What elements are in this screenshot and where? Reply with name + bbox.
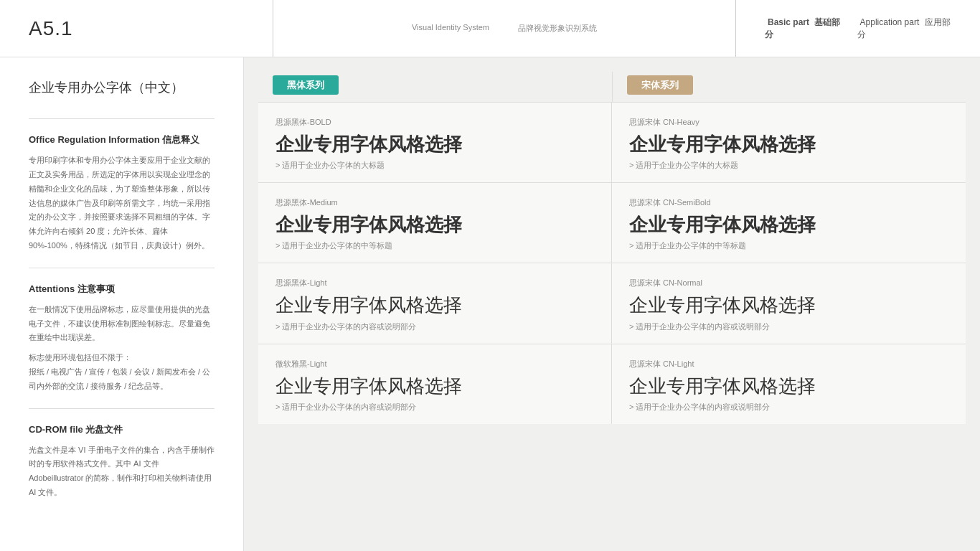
nav-cn: 品牌视觉形象识别系统 (518, 23, 597, 34)
basic-part-nav[interactable]: Basic part 基础部分 (765, 17, 843, 41)
font-demo: 企业专用字体风格选择 (629, 294, 948, 316)
font-name: 思源宋体 CN-Heavy (629, 117, 948, 128)
font-demo: 企业专用字体风格选择 (629, 214, 948, 236)
font-card-3-right: 思源宋体 CN-Normal 企业专用字体风格选择 > 适用于企业办公字体的内容… (612, 263, 966, 343)
font-card-4-left: 微软雅黑-Light 企业专用字体风格选择 > 适用于企业办公字体的内容或说明部… (258, 344, 612, 424)
font-card-1-left: 思源黑体-BOLD 企业专用字体风格选择 > 适用于企业办公字体的大标题 (258, 103, 612, 182)
font-row-4: 微软雅黑-Light 企业专用字体风格选择 > 适用于企业办公字体的内容或说明部… (258, 344, 966, 424)
header-left: A5.1 (29, 17, 273, 40)
font-name: 思源宋体 CN-SemiBold (629, 197, 948, 208)
font-demo: 企业专用字体风格选择 (629, 133, 948, 156)
font-usage: > 适用于企业办公字体的内容或说明部分 (629, 402, 948, 413)
section-text-2: 在一般情况下使用品牌标志，应尽量使用提供的光盘电子文件，不建议使用标准制图绘制标… (29, 303, 215, 345)
font-card-4-right: 思源宋体 CN-Light 企业专用字体风格选择 > 适用于企业办公字体的内容或… (612, 344, 966, 424)
divider-1 (29, 118, 215, 119)
header: A5.1 Visual Identity System 品牌视觉形象识别系统 B… (0, 0, 980, 57)
font-name: 思源黑体-Light (275, 278, 594, 288)
font-card-2-left: 思源黑体-Medium 企业专用字体风格选择 > 适用于企业办公字体的中等标题 (258, 183, 612, 263)
font-name: 思源黑体-BOLD (275, 117, 594, 128)
nav-en: Visual Identity System (412, 23, 489, 34)
app-part-en: Application part (860, 17, 920, 27)
font-usage: > 适用于企业办公字体的内容或说明部分 (275, 321, 594, 332)
page-code: A5.1 (29, 17, 273, 40)
section-text-3: 光盘文件是本 VI 手册电子文件的集合，内含手册制作时的专用软件格式文件。其中 … (29, 443, 215, 500)
font-demo: 企业专用字体风格选择 (275, 214, 594, 236)
divider-2 (29, 268, 215, 268)
font-usage: > 适用于企业办公字体的内容或说明部分 (275, 402, 594, 413)
font-usage: > 适用于企业办公字体的中等标题 (629, 240, 948, 251)
font-demo: 企业专用字体风格选择 (275, 294, 594, 316)
header-center: Visual Identity System 品牌视觉形象识别系统 (273, 0, 736, 57)
header-nav-center: Visual Identity System 品牌视觉形象识别系统 (412, 23, 597, 34)
font-usage: > 适用于企业办公字体的内容或说明部分 (629, 321, 948, 332)
font-card-1-right: 思源宋体 CN-Heavy 企业专用字体风格选择 > 适用于企业办公字体的大标题 (612, 103, 966, 182)
font-usage: > 适用于企业办公字体的大标题 (629, 160, 948, 171)
font-card-2-right: 思源宋体 CN-SemiBold 企业专用字体风格选择 > 适用于企业办公字体的… (612, 183, 966, 263)
font-usage: > 适用于企业办公字体的中等标题 (275, 240, 594, 251)
font-row-3: 思源黑体-Light 企业专用字体风格选择 > 适用于企业办公字体的内容或说明部… (258, 263, 966, 343)
section-text-1: 专用印刷字体和专用办公字体主要应用于企业文献的正文及实务用品，所选定的字体用以实… (29, 154, 215, 253)
content-area: 黑体系列 宋体系列 思源黑体-BOLD 企业专用字体风格选择 > 适用于企业办公… (244, 57, 980, 551)
heiti-badge: 黑体系列 (273, 75, 339, 95)
sidebar: 企业专用办公字体（中文） Office Regulation Informati… (0, 57, 244, 551)
font-name: 思源宋体 CN-Light (629, 359, 948, 369)
songti-badge: 宋体系列 (627, 75, 693, 95)
sidebar-title: 企业专用办公字体（中文） (29, 79, 215, 97)
font-name: 微软雅黑-Light (275, 359, 594, 369)
font-row-2: 思源黑体-Medium 企业专用字体风格选择 > 适用于企业办公字体的中等标题 … (258, 183, 966, 263)
heiti-col-header: 黑体系列 (258, 72, 612, 102)
font-row-1: 思源黑体-BOLD 企业专用字体风格选择 > 适用于企业办公字体的大标题 思源宋… (258, 103, 966, 182)
font-demo: 企业专用字体风格选择 (275, 133, 594, 156)
font-name: 思源宋体 CN-Normal (629, 278, 948, 288)
font-usage: > 适用于企业办公字体的大标题 (275, 160, 594, 171)
basic-part-en: Basic part (768, 17, 809, 27)
section-heading-3: CD-ROM file 光盘文件 (29, 423, 215, 436)
header-right: Basic part 基础部分 Application part 应用部分 (736, 17, 951, 41)
songti-col-header: 宋体系列 (612, 72, 966, 102)
main: 企业专用办公字体（中文） Office Regulation Informati… (0, 57, 980, 551)
font-demo: 企业专用字体风格选择 (629, 375, 948, 397)
font-demo: 企业专用字体风格选择 (275, 375, 594, 397)
font-card-3-left: 思源黑体-Light 企业专用字体风格选择 > 适用于企业办公字体的内容或说明部… (258, 263, 612, 343)
divider-3 (29, 408, 215, 409)
app-part-nav[interactable]: Application part 应用部分 (857, 17, 951, 41)
section-heading-2: Attentions 注意事项 (29, 283, 215, 296)
section-heading-1: Office Regulation Information 信息释义 (29, 133, 215, 146)
section-list-2: 标志使用环境包括但不限于： 报纸 / 电视广告 / 宣传 / 包装 / 会议 /… (29, 351, 215, 393)
font-name: 思源黑体-Medium (275, 197, 594, 208)
